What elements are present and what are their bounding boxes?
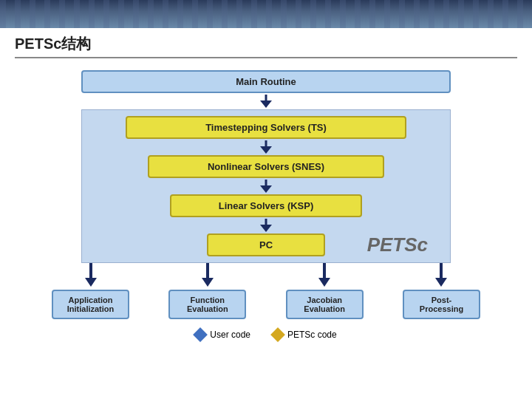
col-app-init: ApplicationInitialization: [52, 263, 129, 319]
func-eval-box: FunctionEvaluation: [168, 290, 246, 319]
app-init-box: ApplicationInitialization: [52, 290, 129, 319]
arrowhead-post-proc: [435, 278, 447, 287]
arrow-main-ts: [258, 95, 274, 108]
arrowhead-app-init: [85, 278, 97, 287]
petsc-code-icon: [270, 327, 285, 342]
header-strip: [0, 0, 532, 28]
pipe-func-eval: [206, 263, 209, 278]
bottom-pipes-row: ApplicationInitialization FunctionEvalua…: [52, 263, 480, 319]
svg-marker-7: [260, 225, 272, 232]
legend: User code PETSc code: [195, 330, 336, 340]
main-content: Main Routine Timestepping Solvers (TS) N…: [0, 58, 532, 347]
col-func-eval: FunctionEvaluation: [168, 263, 246, 319]
svg-marker-3: [260, 146, 272, 154]
main-routine-box: Main Routine: [81, 70, 451, 93]
pipe-jac-eval: [323, 263, 326, 278]
pipe-app-init: [89, 263, 92, 278]
arrowhead-func-eval: [202, 278, 214, 287]
pipe-post-proc: [440, 263, 443, 278]
petsc-code-label: PETSc code: [287, 330, 337, 340]
arrow-ts-snes: [258, 140, 274, 154]
pc-box: PC: [207, 233, 325, 256]
arrow-ksp-pc: [258, 219, 274, 232]
ksp-box: Linear Solvers (KSP): [170, 194, 362, 217]
legend-user-code: User code: [195, 330, 250, 340]
arrow-snes-ksp: [258, 180, 274, 193]
col-post-proc: Post-Processing: [403, 263, 480, 319]
page-title: PETSc结构: [0, 28, 532, 57]
svg-marker-1: [260, 100, 272, 108]
svg-marker-5: [260, 185, 272, 193]
inner-region: Timestepping Solvers (TS) Nonlinear Solv…: [81, 109, 451, 263]
jac-eval-box: JacobianEvaluation: [286, 290, 364, 319]
diagram: Main Routine Timestepping Solvers (TS) N…: [30, 70, 502, 340]
user-code-label: User code: [210, 330, 250, 340]
user-code-icon: [193, 327, 208, 342]
arrowhead-jac-eval: [318, 278, 330, 287]
ts-box: Timestepping Solvers (TS): [126, 116, 406, 139]
col-jac-eval: JacobianEvaluation: [286, 263, 364, 319]
post-proc-box: Post-Processing: [403, 290, 480, 319]
snes-box: Nonlinear Solvers (SNES): [148, 155, 384, 178]
petsc-brand-label: PETSc: [367, 233, 428, 256]
legend-petsc-code: PETSc code: [273, 330, 337, 340]
